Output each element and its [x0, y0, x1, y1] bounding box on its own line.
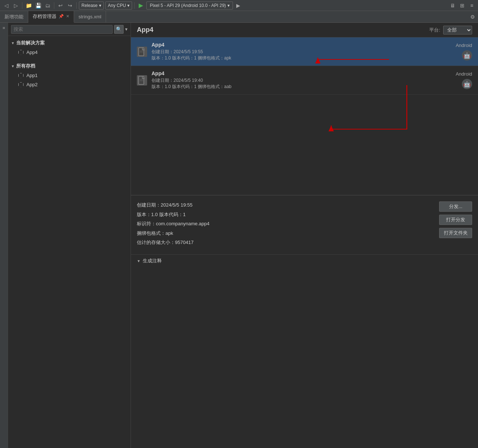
svg-rect-3 [139, 76, 144, 84]
archive-name-2: App4 [152, 70, 451, 76]
sep1 [22, 2, 22, 9]
release-dropdown[interactable]: Release ▾ [79, 1, 104, 10]
archive-platform-label-1: Android [456, 43, 472, 48]
gen-notes-arrow-icon: ▼ [137, 259, 141, 263]
app1-hex-icon [18, 73, 23, 78]
current-solution-section: ▼ 当前解决方案 App4 [8, 36, 131, 59]
tab-strings-label: strings.xml [79, 14, 101, 19]
left-icon-1[interactable]: ≡ [0, 24, 8, 32]
file-icon[interactable]: 📁 [25, 1, 33, 10]
main-layout: ≡ 🔍 ▾ ▼ 当前解决方案 App4 ▼ 所有存档 [0, 23, 478, 448]
distribute-button[interactable]: 分发... [439, 201, 472, 212]
app2-hex-icon [18, 82, 23, 87]
archive-info-2: App4 创建日期：2024/5/5 19:40 版本：1.0 版本代码：1 捆… [152, 70, 451, 90]
archive-meta-1: 版本：1.0 版本代码：1 捆绑包格式：apk [152, 55, 451, 61]
archive-file-icon-1 [137, 47, 147, 57]
detail-created: 创建日期：2024/5/5 19:55 [137, 201, 472, 209]
search-bar: 🔍 ▾ [8, 23, 131, 36]
more-icon[interactable]: ≡ [468, 1, 476, 10]
sidebar-item-app1[interactable]: App1 [8, 71, 131, 80]
filter-area: 平台: 全部 Android iOS [429, 26, 472, 34]
sep2 [54, 2, 54, 9]
sep3 [76, 2, 77, 9]
search-dropdown-icon[interactable]: ▾ [125, 26, 128, 32]
search-input[interactable] [11, 25, 113, 34]
archive-meta-2: 版本：1.0 版本代码：1 捆绑包格式：aab [152, 84, 451, 90]
archive-platform-2: Android 🤖 [456, 71, 472, 89]
current-solution-header[interactable]: ▼ 当前解决方案 [8, 38, 131, 48]
tab-archive-pin-icon: 📌 [59, 14, 64, 19]
tab-newadd[interactable]: 新增功能 [0, 11, 28, 23]
monitor-icon[interactable]: 🖥 [449, 1, 457, 10]
archive-platform-label-2: Android [456, 71, 472, 77]
undo-icon[interactable]: ↩ [56, 1, 65, 10]
archive-item-2[interactable]: App4 创建日期：2024/5/5 19:40 版本：1.0 版本代码：1 捆… [131, 66, 478, 95]
anycpu-dropdown[interactable]: Any CPU ▾ [105, 1, 132, 10]
archive-created-2: 创建日期：2024/5/5 19:40 [152, 77, 451, 84]
sidebar-item-app1-label: App1 [26, 73, 37, 78]
filter-dropdown[interactable]: 全部 Android iOS [443, 26, 472, 34]
detail-version: 版本：1.0 版本代码：1 [137, 211, 472, 218]
page-title: App4 [137, 26, 153, 34]
tab-newadd-label: 新增功能 [4, 14, 23, 20]
detail-bundle-format: 捆绑包格式：apk [137, 230, 472, 237]
tab-archive[interactable]: 存档管理器 📌 ✕ [28, 11, 74, 23]
open-folder-button[interactable]: 打开文件夹 [439, 228, 472, 238]
anycpu-label: Any CPU [108, 3, 126, 8]
search-button[interactable]: 🔍 [114, 25, 124, 34]
archive-file-icon-2 [137, 75, 147, 85]
back-icon[interactable]: ◁ [2, 1, 10, 10]
archive-list-wrapper: App4 创建日期：2024/5/5 19:55 版本：1.0 版本代码：1 捆… [131, 37, 478, 195]
sidebar-item-app4-current[interactable]: App4 [8, 48, 131, 57]
detail-buttons: 分发... 打开分发 打开文件夹 [439, 201, 472, 238]
archive-created-1: 创建日期：2024/5/5 19:55 [152, 49, 451, 55]
archive-list: App4 创建日期：2024/5/5 19:55 版本：1.0 版本代码：1 捆… [131, 37, 478, 195]
device-label: Pixel 5 - API 29 (Android 10.0 - API 29) [150, 3, 226, 8]
gen-notes[interactable]: ▼ 生成注释 [131, 254, 478, 267]
sep4 [134, 2, 135, 9]
android-icon-2: 🤖 [462, 79, 472, 89]
search-icon: 🔍 [116, 26, 122, 32]
detail-panel: 创建日期：2024/5/5 19:55 版本：1.0 版本代码：1 标识符：co… [131, 195, 478, 254]
release-chevron-icon: ▾ [99, 3, 101, 8]
all-archives-header[interactable]: ▼ 所有存档 [8, 61, 131, 71]
svg-rect-0 [139, 48, 144, 56]
current-solution-label: 当前解决方案 [16, 40, 45, 46]
all-archives-section: ▼ 所有存档 App1 App2 [8, 59, 131, 91]
content-header: App4 平台: 全部 Android iOS [131, 23, 478, 37]
all-archives-label: 所有存档 [16, 63, 35, 69]
archive-item-1[interactable]: App4 创建日期：2024/5/5 19:55 版本：1.0 版本代码：1 捆… [131, 37, 478, 66]
tab-archive-close-icon[interactable]: ✕ [66, 14, 69, 19]
forward-icon[interactable]: ▷ [12, 1, 20, 10]
android-icon-1: 🤖 [462, 50, 472, 61]
release-label: Release [81, 3, 98, 8]
save-icon[interactable]: 💾 [34, 1, 42, 10]
archive-platform-1: Android 🤖 [456, 43, 472, 61]
sidebar-item-app2[interactable]: App2 [8, 80, 131, 89]
sidebar: 🔍 ▾ ▼ 当前解决方案 App4 ▼ 所有存档 App1 [8, 23, 131, 448]
archive-name-1: App4 [152, 42, 451, 48]
filter-label: 平台: [429, 27, 440, 33]
layout-icon[interactable]: ⊞ [458, 1, 466, 10]
content-area: App4 平台: 全部 Android iOS [131, 23, 478, 448]
archive-info-1: App4 创建日期：2024/5/5 19:55 版本：1.0 版本代码：1 捆… [152, 42, 451, 61]
app4-current-hex-icon [18, 50, 23, 55]
current-solution-arrow-icon: ▼ [11, 41, 15, 45]
save-all-icon[interactable]: 🗂 [44, 1, 52, 10]
settings-icon[interactable]: ⚙ [470, 14, 478, 20]
device-chevron-icon: ▾ [227, 3, 230, 8]
main-toolbar: ◁ ▷ 📁 💾 🗂 ↩ ↪ Release ▾ Any CPU ▾ ▶ Pixe… [0, 0, 478, 11]
left-icon-bar: ≡ [0, 23, 8, 448]
run-icon[interactable]: ▶ [234, 1, 242, 10]
sidebar-item-app4-current-label: App4 [26, 50, 37, 55]
open-distribute-button[interactable]: 打开分发 [439, 215, 472, 225]
tab-strings[interactable]: strings.xml [74, 11, 106, 23]
anycpu-chevron-icon: ▾ [127, 3, 129, 8]
device-dropdown[interactable]: Pixel 5 - API 29 (Android 10.0 - API 29)… [146, 1, 233, 10]
detail-identifier: 标识符：com.companyname.app4 [137, 220, 472, 227]
redo-icon[interactable]: ↪ [66, 1, 74, 10]
tab-archive-label: 存档管理器 [33, 13, 56, 20]
play-button[interactable]: ▶ [137, 1, 145, 10]
sidebar-item-app2-label: App2 [26, 82, 37, 87]
detail-storage-size: 估计的存储大小：9570417 [137, 239, 472, 246]
